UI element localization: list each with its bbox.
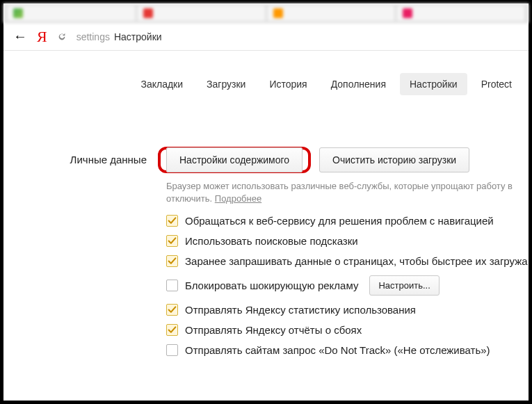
checkbox[interactable] [166, 255, 178, 267]
content-settings-button[interactable]: Настройки содержимого [166, 147, 303, 172]
option-row: Использовать поисковые подсказки [166, 235, 529, 247]
settings-content: Личные данные Настройки содержимого Очис… [3, 108, 529, 356]
option-label: Отправлять Яндексу статистику использова… [185, 304, 416, 316]
option-label: Использовать поисковые подсказки [185, 235, 358, 247]
tab-favicon [273, 8, 283, 18]
option-row: Отправлять сайтам запрос «Do Not Track» … [166, 344, 529, 356]
checkbox[interactable] [166, 304, 178, 316]
highlight-annotation: Настройки содержимого [158, 147, 311, 173]
option-label: Блокировать шокирующую рекламу [185, 280, 358, 291]
browser-tab[interactable] [8, 6, 135, 21]
desc-text: отключить. [166, 193, 215, 204]
section-description: Браузер может использовать различные веб… [166, 180, 521, 205]
settings-nav: Закладки Загрузки История Дополнения Нас… [3, 51, 529, 108]
url-path: settings [76, 31, 110, 42]
yandex-logo[interactable]: Я [37, 28, 47, 46]
option-row: Блокировать шокирующую рекламуНастроить.… [166, 275, 529, 296]
nav-downloads[interactable]: Загрузки [197, 73, 255, 95]
checkbox[interactable] [166, 280, 178, 291]
nav-protect[interactable]: Protect [471, 73, 522, 95]
reload-button[interactable] [57, 32, 67, 42]
section-body: Настройки содержимого Очистить историю з… [165, 147, 529, 356]
option-label: Отправлять Яндексу отчёты о сбоях [185, 324, 362, 336]
checkbox[interactable] [166, 324, 178, 336]
nav-addons[interactable]: Дополнения [321, 73, 396, 95]
option-row: Обращаться к веб-сервису для решения про… [166, 215, 529, 227]
checkbox[interactable] [166, 344, 178, 356]
desc-text: Браузер может использовать различные веб… [166, 181, 513, 191]
tab-favicon [13, 8, 23, 18]
nav-bookmarks[interactable]: Закладки [131, 73, 193, 95]
option-label: Обращаться к веб-сервису для решения про… [185, 215, 494, 227]
button-row: Настройки содержимого Очистить историю з… [165, 147, 529, 173]
nav-settings[interactable]: Настройки [400, 73, 467, 95]
toolbar: ← Я settings Настройки [3, 23, 529, 51]
checkbox[interactable] [166, 215, 178, 227]
browser-tab[interactable] [138, 6, 265, 21]
url-title: Настройки [114, 31, 162, 42]
browser-tab[interactable] [397, 6, 524, 21]
back-button[interactable]: ← [13, 29, 27, 45]
browser-tab[interactable] [268, 6, 395, 21]
clear-history-button[interactable]: Очистить историю загрузки [319, 147, 469, 172]
learn-more-link[interactable]: Подробнее [215, 193, 261, 204]
option-row: Отправлять Яндексу отчёты о сбоях [166, 324, 529, 336]
address-bar[interactable]: settings Настройки [76, 31, 162, 42]
nav-history[interactable]: История [259, 73, 316, 95]
options-list: Обращаться к веб-сервису для решения про… [165, 215, 529, 356]
section-title: Личные данные [3, 147, 165, 356]
configure-button[interactable]: Настроить... [369, 275, 439, 296]
option-row: Заранее запрашивать данные о страницах, … [166, 255, 529, 267]
checkbox[interactable] [166, 235, 178, 247]
option-label: Отправлять сайтам запрос «Do Not Track» … [185, 344, 490, 356]
tab-favicon [403, 8, 412, 18]
option-label: Заранее запрашивать данные о страницах, … [185, 255, 528, 267]
tab-strip [3, 3, 529, 23]
option-row: Отправлять Яндексу статистику использова… [166, 304, 529, 316]
tab-favicon [143, 8, 153, 18]
browser-window: ← Я settings Настройки Закладки Загрузки… [0, 0, 532, 404]
